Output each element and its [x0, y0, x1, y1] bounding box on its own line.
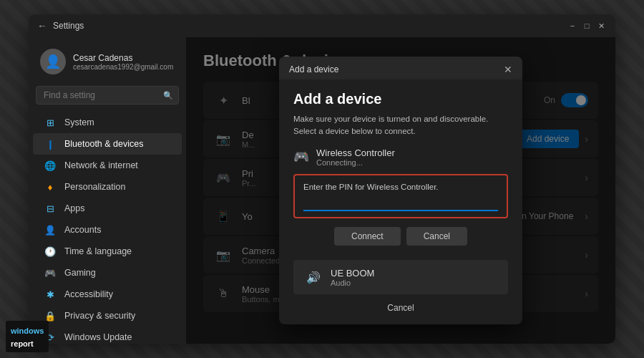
- sidebar-item-system[interactable]: ⊞ System: [33, 112, 182, 133]
- sidebar-item-label: Accessibility: [64, 289, 113, 299]
- sidebar-item-personalization[interactable]: ♦ Personalization: [33, 176, 182, 198]
- sidebar-item-windows-update[interactable]: ⟳ Windows Update: [33, 326, 182, 344]
- search-box: 🔍: [36, 86, 179, 105]
- accessibility-icon: ✱: [44, 289, 56, 300]
- user-email: cesarcadenas1992@gmail.com: [73, 63, 175, 71]
- sidebar-item-label: Network & internet: [64, 160, 138, 170]
- dialog-body: Add a device Make sure your device is tu…: [279, 79, 522, 261]
- sidebar-item-label: Accounts: [64, 225, 101, 235]
- sidebar-item-accounts[interactable]: 👤 Accounts: [33, 219, 182, 241]
- wireless-controller-icon: 🎮: [293, 149, 309, 165]
- dialog-close-button[interactable]: ✕: [504, 64, 512, 75]
- dialog-header: Add a device ✕: [279, 57, 522, 79]
- sidebar-item-bluetooth[interactable]: ❙ Bluetooth & devices: [33, 133, 182, 155]
- dialog-cancel-bottom: Cancel: [279, 297, 522, 324]
- pin-input-area: Enter the PIN for Wireless Controller.: [293, 174, 508, 218]
- apps-icon: ⊟: [44, 203, 56, 214]
- maximize-button[interactable]: □: [581, 21, 592, 30]
- wireless-controller-status: Connecting...: [316, 158, 395, 167]
- sidebar-item-label: System: [64, 117, 94, 127]
- dialog-overlay: Add a device ✕ Add a device Make sure yo…: [186, 37, 615, 344]
- accounts-icon: 👤: [44, 224, 56, 236]
- privacy-icon: 🔒: [44, 310, 56, 321]
- wireless-controller-name: Wireless Controller: [316, 147, 395, 158]
- close-button[interactable]: ✕: [595, 21, 607, 30]
- main-content: Bluetooth & devices ✦ Bl On 📷 De M...: [186, 37, 615, 344]
- dialog-description: Make sure your device is turned on and d…: [293, 113, 508, 138]
- sidebar-item-label: Time & language: [64, 246, 132, 256]
- sidebar-item-label: Privacy & security: [64, 311, 135, 321]
- dialog-title: Add a device: [293, 91, 508, 107]
- sidebar-item-label: Apps: [64, 203, 85, 213]
- sidebar-item-label: Windows Update: [64, 332, 132, 342]
- title-bar: ← Settings − □ ✕: [29, 14, 615, 37]
- connect-button[interactable]: Connect: [334, 227, 401, 246]
- content-area: 👤 Cesar Cadenas cesarcadenas1992@gmail.c…: [29, 37, 615, 344]
- dialog-header-title: Add a device: [289, 64, 338, 74]
- bluetooth-icon: ❙: [44, 138, 56, 150]
- sidebar-item-network[interactable]: 🌐 Network & internet: [33, 155, 182, 176]
- system-icon: ⊞: [44, 117, 56, 128]
- sidebar-item-label: Bluetooth & devices: [64, 139, 144, 149]
- add-device-dialog: Add a device ✕ Add a device Make sure yo…: [279, 57, 522, 325]
- dialog-buttons: Connect Cancel: [293, 227, 508, 246]
- window-title: Settings: [53, 21, 561, 31]
- user-name: Cesar Cadenas: [73, 53, 175, 63]
- sidebar-item-gaming[interactable]: 🎮 Gaming: [33, 262, 182, 284]
- user-section: 👤 Cesar Cadenas cesarcadenas1992@gmail.c…: [29, 43, 186, 83]
- search-input[interactable]: [36, 86, 179, 105]
- wireless-controller-device: 🎮 Wireless Controller Connecting...: [293, 147, 508, 167]
- user-info: Cesar Cadenas cesarcadenas1992@gmail.com: [73, 53, 175, 71]
- minimize-button[interactable]: −: [567, 21, 578, 30]
- avatar: 👤: [40, 49, 66, 74]
- gaming-icon: 🎮: [44, 267, 56, 279]
- pin-label: Enter the PIN for Wireless Controller.: [303, 183, 498, 191]
- logo-windows-text: windows: [11, 326, 44, 335]
- sidebar-item-label: Gaming: [64, 268, 96, 278]
- settings-window: ← Settings − □ ✕ 👤 Cesar Cadenas cesarca…: [29, 14, 615, 344]
- ue-boom-icon: 🔊: [303, 267, 323, 287]
- sidebar-item-apps[interactable]: ⊟ Apps: [33, 198, 182, 219]
- time-icon: 🕐: [44, 246, 56, 257]
- ue-boom-subtitle: Audio: [331, 279, 498, 287]
- sidebar-item-time[interactable]: 🕐 Time & language: [33, 241, 182, 262]
- wireless-controller-info: Wireless Controller Connecting...: [316, 147, 395, 167]
- ue-boom-name: UE BOOM: [331, 268, 498, 279]
- search-icon: 🔍: [163, 91, 173, 100]
- ue-boom-info: UE BOOM Audio: [331, 268, 498, 287]
- dialog-cancel-main-button[interactable]: Cancel: [387, 303, 414, 313]
- pin-input[interactable]: [303, 195, 498, 211]
- network-icon: 🌐: [44, 160, 56, 171]
- back-button[interactable]: ←: [37, 20, 47, 32]
- dialog-cancel-button[interactable]: Cancel: [406, 227, 467, 246]
- ue-boom-row: 🔊 UE BOOM Audio: [293, 260, 508, 294]
- sidebar: 👤 Cesar Cadenas cesarcadenas1992@gmail.c…: [29, 37, 186, 344]
- sidebar-item-privacy[interactable]: 🔒 Privacy & security: [33, 305, 182, 326]
- window-controls: − □ ✕: [567, 21, 607, 30]
- logo-report-text: report: [11, 339, 34, 348]
- personalization-icon: ♦: [44, 181, 56, 193]
- sidebar-item-label: Personalization: [64, 182, 125, 192]
- windows-report-logo: windows report: [6, 321, 49, 352]
- sidebar-item-accessibility[interactable]: ✱ Accessibility: [33, 284, 182, 305]
